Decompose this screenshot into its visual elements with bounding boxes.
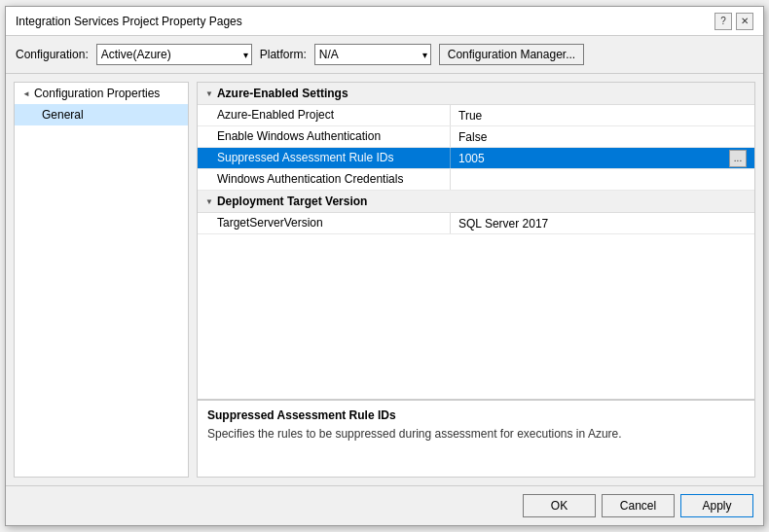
left-panel: ◄ Configuration Properties General: [14, 82, 189, 478]
section-header-azure[interactable]: ▼ Azure-Enabled Settings: [198, 83, 754, 105]
section-toggle-azure: ▼: [205, 89, 213, 98]
description-area: Suppressed Assessment Rule IDs Specifies…: [198, 399, 754, 477]
main-content: ◄ Configuration Properties General ▼ Azu…: [6, 74, 763, 485]
prop-value-enable-windows-auth: False: [451, 126, 754, 147]
footer: OK Cancel Apply: [6, 485, 763, 525]
platform-select[interactable]: N/A: [314, 44, 431, 65]
configuration-label: Configuration:: [16, 48, 89, 61]
prop-value-windows-auth-cred: [451, 169, 754, 190]
tree-item-config-properties[interactable]: ◄ Configuration Properties: [15, 83, 188, 104]
tree-item-general[interactable]: General: [15, 104, 188, 125]
prop-row-windows-auth-cred: Windows Authentication Credentials: [198, 169, 754, 191]
cancel-button[interactable]: Cancel: [602, 494, 675, 517]
prop-name-azure-enabled: Azure-Enabled Project: [198, 105, 451, 125]
title-bar-controls: ? ✕: [714, 13, 753, 30]
section-toggle-deployment: ▼: [205, 197, 213, 206]
configuration-select[interactable]: Active(Azure): [96, 44, 252, 65]
prop-name-suppressed-ids: Suppressed Assessment Rule IDs: [198, 148, 451, 168]
prop-name-windows-auth-cred: Windows Authentication Credentials: [198, 169, 451, 190]
config-manager-button[interactable]: Configuration Manager...: [439, 44, 584, 65]
prop-row-suppressed-ids[interactable]: Suppressed Assessment Rule IDs 1005 ...: [198, 148, 754, 169]
prop-name-enable-windows-auth: Enable Windows Authentication: [198, 126, 451, 147]
section-label-azure: Azure-Enabled Settings: [217, 87, 348, 100]
section-label-deployment: Deployment Target Version: [217, 195, 367, 208]
ellipsis-button[interactable]: ...: [729, 150, 747, 167]
configuration-select-wrapper: Active(Azure): [96, 44, 252, 65]
platform-select-wrapper: N/A: [314, 44, 431, 65]
properties-area: ▼ Azure-Enabled Settings Azure-Enabled P…: [198, 83, 754, 399]
prop-row-target-server: TargetServerVersion SQL Server 2017: [198, 213, 754, 234]
description-title: Suppressed Assessment Rule IDs: [207, 408, 745, 422]
close-button[interactable]: ✕: [736, 13, 753, 30]
prop-value-suppressed-ids: 1005 ...: [451, 148, 754, 168]
ok-button[interactable]: OK: [523, 494, 596, 517]
dialog-title: Integration Services Project Property Pa…: [16, 15, 242, 28]
right-panel: ▼ Azure-Enabled Settings Azure-Enabled P…: [197, 82, 755, 478]
tree-item-config-properties-label: Configuration Properties: [34, 87, 160, 100]
section-header-deployment[interactable]: ▼ Deployment Target Version: [198, 191, 754, 213]
prop-value-target-server: SQL Server 2017: [451, 213, 754, 233]
prop-row-azure-enabled: Azure-Enabled Project True: [198, 105, 754, 126]
title-bar: Integration Services Project Property Pa…: [6, 7, 763, 36]
description-text: Specifies the rules to be suppressed dur…: [207, 426, 745, 443]
apply-button[interactable]: Apply: [680, 494, 753, 517]
tree-item-general-label: General: [42, 108, 84, 122]
prop-value-azure-enabled: True: [451, 105, 754, 125]
help-button[interactable]: ?: [714, 13, 732, 30]
prop-row-enable-windows-auth: Enable Windows Authentication False: [198, 126, 754, 148]
platform-label: Platform:: [260, 48, 307, 61]
toolbar: Configuration: Active(Azure) Platform: N…: [6, 36, 763, 74]
dialog: Integration Services Project Property Pa…: [5, 6, 764, 526]
prop-name-target-server: TargetServerVersion: [198, 213, 451, 233]
expand-arrow: ◄: [22, 89, 30, 98]
